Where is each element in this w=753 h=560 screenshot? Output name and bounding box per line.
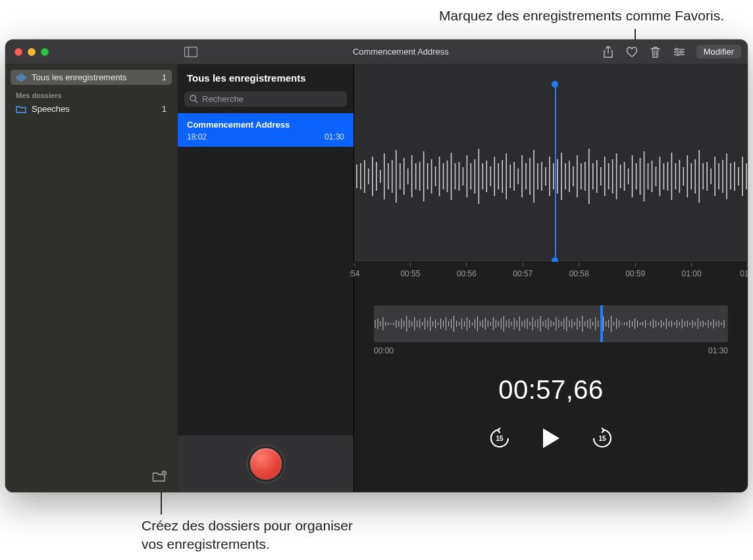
current-time-display: 00:57,66 [354, 375, 748, 405]
toolbar-actions: Modifier [602, 45, 741, 59]
search-icon [190, 95, 198, 103]
overview-time-labels: 00:00 01:30 [374, 346, 728, 355]
titlebar: Commencement Address Modifier [5, 39, 748, 64]
ruler-tick-label: 01:0 [740, 269, 748, 278]
recording-item-duration: 01:30 [325, 132, 344, 141]
sidebar-icon [184, 47, 197, 57]
waveform-overview[interactable]: 00:00 01:30 [374, 305, 728, 355]
share-button[interactable] [602, 45, 615, 59]
sidebar-item-label: Tous les enregistrements [32, 72, 127, 82]
recording-list-header: Tous les enregistrements [178, 64, 353, 88]
folder-icon [16, 105, 26, 113]
ruler-tick: 00:59 [625, 263, 645, 282]
sidebar-item-all-recordings[interactable]: Tous les enregistrements 1 [11, 70, 172, 85]
svg-text:15: 15 [496, 435, 504, 442]
transport-controls: 15 15 [354, 427, 748, 449]
sidebar-item-count: 1 [162, 104, 167, 114]
callout-favorite-text: Marquez des enregistrements comme Favori… [439, 8, 724, 24]
callout-favorite-line [635, 29, 636, 40]
play-button[interactable] [541, 427, 561, 449]
overview-start-label: 00:00 [374, 346, 394, 355]
skip-back-icon: 15 [488, 427, 511, 449]
recording-item-time: 18:02 [187, 132, 207, 141]
window-controls [12, 48, 182, 56]
sidebar-section-folders: Mes dossiers [11, 86, 172, 101]
favorite-button[interactable] [625, 45, 638, 59]
ruler-tick: :54 [349, 263, 360, 282]
heart-icon [626, 47, 638, 57]
window-title: Commencement Address [200, 47, 602, 57]
callout-folders-text: Créez des dossiers pour organiser vos en… [142, 517, 353, 554]
overview-end-label: 01:30 [708, 346, 728, 355]
new-folder-button[interactable] [152, 471, 167, 485]
waveform-overview-graphic [374, 305, 728, 342]
svg-point-4 [677, 53, 679, 55]
sidebar-item-speeches[interactable]: Speeches 1 [11, 101, 172, 116]
ruler-tick: 01:00 [682, 263, 702, 282]
close-window-button[interactable] [14, 48, 22, 56]
playhead-handle-top[interactable] [552, 81, 558, 88]
ruler-tick-label: 00:59 [625, 269, 645, 278]
ruler-tick-label: 00:55 [400, 269, 420, 278]
delete-button[interactable] [649, 45, 662, 59]
trash-icon [650, 46, 660, 58]
sidebar-item-count: 1 [162, 72, 167, 82]
time-ruler[interactable]: :5400:5500:5600:5700:5800:5901:0001:0 [354, 262, 748, 282]
callout-folders-line2: vos enregistrements. [142, 536, 270, 551]
play-icon [541, 427, 561, 449]
ruler-tick-label: 00:57 [513, 269, 532, 278]
options-button[interactable] [673, 45, 686, 59]
waveform-zoom[interactable] [354, 64, 748, 262]
record-bar [178, 436, 353, 492]
sliders-icon [673, 47, 685, 57]
recording-item[interactable]: Commencement Address 18:02 01:30 [178, 113, 353, 147]
record-button[interactable] [250, 448, 282, 480]
ruler-tick: 01:0 [740, 263, 748, 282]
ruler-tick: 00:56 [457, 263, 477, 282]
minimize-window-button[interactable] [28, 48, 36, 56]
ruler-tick-label: 00:58 [569, 269, 589, 278]
recording-list-panel: Tous les enregistrements Recherche Comme… [178, 64, 354, 492]
ruler-tick-label: :54 [349, 269, 360, 278]
sidebar: Tous les enregistrements 1 Mes dossiers … [5, 64, 178, 492]
zoom-window-button[interactable] [41, 48, 49, 56]
toggle-sidebar-button[interactable] [182, 47, 200, 57]
svg-text:15: 15 [598, 435, 606, 442]
skip-forward-button[interactable]: 15 [591, 427, 613, 449]
new-folder-icon [152, 471, 167, 482]
ruler-tick: 00:57 [513, 263, 532, 282]
callout-folders-line1: Créez des dossiers pour organiser [142, 518, 353, 533]
ruler-tick: 00:55 [400, 263, 420, 282]
recording-item-title: Commencement Address [187, 120, 344, 130]
detail-panel: :5400:5500:5600:5700:5800:5901:0001:0 00… [354, 64, 748, 492]
playhead[interactable] [555, 83, 556, 262]
sidebar-item-label: Speeches [32, 104, 70, 114]
waveform-zoom-graphic [354, 64, 748, 262]
search-placeholder: Recherche [202, 94, 244, 104]
skip-forward-icon: 15 [591, 427, 613, 449]
svg-rect-0 [185, 47, 197, 57]
svg-line-12 [195, 100, 197, 103]
voice-memos-window: Commencement Address Modifier Tous les [5, 39, 748, 492]
overview-playhead[interactable] [600, 305, 603, 342]
search-input[interactable]: Recherche [184, 91, 347, 107]
svg-point-3 [680, 51, 682, 53]
ruler-tick: 00:58 [569, 263, 589, 282]
share-icon [603, 45, 613, 59]
callout-folders-leader [161, 490, 162, 515]
waveform-icon [16, 74, 26, 82]
playhead-handle-bottom[interactable] [552, 257, 558, 262]
skip-back-button[interactable]: 15 [488, 427, 511, 449]
edit-button[interactable]: Modifier [696, 45, 741, 59]
svg-point-2 [675, 48, 677, 50]
ruler-tick-label: 00:56 [457, 269, 477, 278]
ruler-tick-label: 01:00 [682, 269, 702, 278]
